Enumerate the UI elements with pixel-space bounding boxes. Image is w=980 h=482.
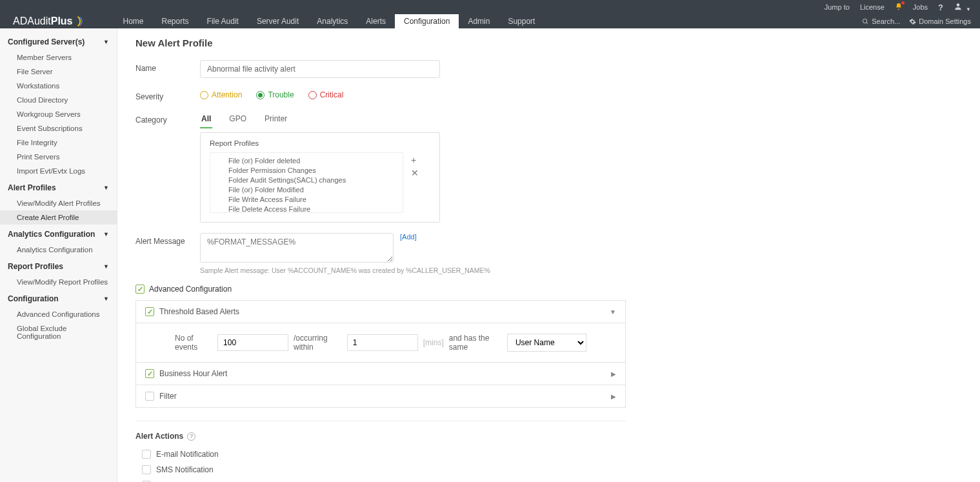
jump-to-link[interactable]: Jump to bbox=[825, 3, 850, 11]
sidebar-section-analytics-configuration[interactable]: Analytics Configuration▼ bbox=[0, 225, 117, 243]
severity-label: Severity bbox=[135, 88, 200, 101]
category-tab-printer[interactable]: Printer bbox=[263, 112, 288, 128]
sidebar: Configured Server(s)▼Member ServersFile … bbox=[0, 28, 117, 482]
has-same-label: and has the same bbox=[449, 334, 502, 352]
threshold-checkbox[interactable] bbox=[145, 307, 154, 316]
business-hour-checkbox[interactable] bbox=[145, 369, 154, 378]
report-profile-item[interactable]: File (or) Folder deleted bbox=[215, 156, 397, 165]
sample-message: Sample Alert message: User %ACCOUNT_NAME… bbox=[200, 266, 490, 274]
page-title: New Alert Profile bbox=[135, 37, 962, 48]
user-menu-icon[interactable]: ▼ bbox=[954, 2, 971, 12]
email-notification-checkbox[interactable] bbox=[142, 450, 151, 459]
product-logo: ADAudit Plus bbox=[13, 14, 88, 28]
expand-icon[interactable]: ▶ bbox=[611, 370, 616, 377]
svg-point-1 bbox=[79, 25, 81, 26]
separator bbox=[135, 421, 626, 421]
sidebar-item-global-exclude-configuration[interactable]: Global Exclude Configuration bbox=[0, 321, 117, 343]
add-variable-link[interactable]: [Add] bbox=[400, 233, 417, 241]
sidebar-item-view-modify-alert-profiles[interactable]: View/Modify Alert Profiles bbox=[0, 196, 117, 210]
license-link[interactable]: License bbox=[860, 3, 885, 11]
email-notification-label: E-mail Notification bbox=[156, 450, 219, 459]
sms-notification-label: SMS Notification bbox=[156, 465, 214, 474]
report-profile-item[interactable]: File (or) Folder Modified bbox=[215, 185, 397, 194]
report-profile-item[interactable]: File Delete Access Failure bbox=[215, 204, 397, 213]
global-search[interactable]: Search... bbox=[862, 17, 900, 25]
alert-message-input[interactable] bbox=[200, 233, 394, 263]
sidebar-section-report-profiles[interactable]: Report Profiles▼ bbox=[0, 257, 117, 275]
report-profiles-title: Report Profiles bbox=[210, 139, 430, 147]
severity-trouble-label: Trouble bbox=[268, 90, 294, 99]
sidebar-item-advanced-configurations[interactable]: Advanced Configurations bbox=[0, 307, 117, 321]
business-hour-row[interactable]: Business Hour Alert ▶ bbox=[136, 363, 625, 385]
sidebar-item-workstations[interactable]: Workstations bbox=[0, 79, 117, 93]
nav-tab-server-audit[interactable]: Server Audit bbox=[248, 14, 308, 28]
sidebar-section-configuration[interactable]: Configuration▼ bbox=[0, 289, 117, 307]
sms-notification-checkbox[interactable] bbox=[142, 465, 151, 474]
mins-label: [mins] bbox=[423, 338, 444, 347]
notifications-bell-icon[interactable] bbox=[895, 3, 903, 12]
nav-tab-analytics[interactable]: Analytics bbox=[308, 14, 357, 28]
severity-attention-label: Attention bbox=[212, 90, 242, 99]
report-profiles-box: Report Profiles File (or) Folder deleted… bbox=[200, 132, 440, 223]
chevron-down-icon: ▼ bbox=[103, 39, 109, 45]
occurring-within-label: /occurring within bbox=[294, 334, 342, 352]
category-tab-gpo[interactable]: GPO bbox=[228, 112, 248, 128]
no-of-events-input[interactable] bbox=[217, 334, 288, 351]
advanced-config-checkbox[interactable] bbox=[135, 285, 145, 294]
alert-message-label: Alert Message bbox=[135, 233, 200, 274]
no-of-events-label: No of events bbox=[175, 334, 212, 352]
domain-settings-link[interactable]: Domain Settings bbox=[909, 17, 971, 25]
collapse-icon[interactable]: ▼ bbox=[610, 308, 616, 316]
sidebar-item-workgroup-servers[interactable]: Workgroup Servers bbox=[0, 107, 117, 121]
logo-suffix: Plus bbox=[51, 15, 73, 27]
sidebar-item-view-modify-report-profiles[interactable]: View/Modify Report Profiles bbox=[0, 275, 117, 289]
nav-tab-home[interactable]: Home bbox=[114, 14, 153, 28]
sidebar-section-alert-profiles[interactable]: Alert Profiles▼ bbox=[0, 178, 117, 196]
add-report-profile-icon[interactable]: + bbox=[411, 155, 419, 165]
sidebar-item-create-alert-profile[interactable]: Create Alert Profile bbox=[0, 210, 117, 225]
filter-label: Filter bbox=[159, 392, 611, 401]
sidebar-item-import-evt-evtx-logs[interactable]: Import Evt/Evtx Logs bbox=[0, 164, 117, 178]
severity-critical-radio[interactable]: Critical bbox=[308, 90, 344, 99]
report-profiles-list[interactable]: File (or) Folder deletedFolder Permissio… bbox=[210, 152, 403, 213]
help-icon[interactable]: ? bbox=[938, 3, 943, 12]
alert-actions-label: Alert Actions bbox=[135, 432, 183, 441]
sidebar-item-event-subscriptions[interactable]: Event Subscriptions bbox=[0, 121, 117, 136]
category-tabs: AllGPOPrinter bbox=[200, 112, 440, 128]
threshold-body: No of events /occurring within [mins] an… bbox=[136, 323, 625, 363]
report-profile-item[interactable]: Folder Audit Settings(SACL) changes bbox=[215, 175, 397, 185]
sidebar-item-cloud-directory[interactable]: Cloud Directory bbox=[0, 93, 117, 107]
sidebar-item-print-servers[interactable]: Print Servers bbox=[0, 150, 117, 164]
nav-tab-admin[interactable]: Admin bbox=[459, 14, 499, 28]
filter-checkbox[interactable] bbox=[145, 392, 154, 401]
nav-tab-support[interactable]: Support bbox=[499, 14, 544, 28]
category-label: Category bbox=[135, 112, 200, 223]
help-icon[interactable]: ? bbox=[187, 432, 195, 441]
filter-row[interactable]: Filter ▶ bbox=[136, 385, 625, 407]
has-same-dropdown[interactable]: User Name bbox=[507, 334, 586, 352]
severity-attention-radio[interactable]: Attention bbox=[200, 90, 242, 99]
sidebar-item-member-servers[interactable]: Member Servers bbox=[0, 50, 117, 65]
category-tab-all[interactable]: All bbox=[200, 112, 212, 128]
occurring-within-input[interactable] bbox=[347, 334, 418, 351]
nav-tab-reports[interactable]: Reports bbox=[153, 14, 198, 28]
nav-tab-file-audit[interactable]: File Audit bbox=[198, 14, 248, 28]
name-input[interactable] bbox=[200, 60, 440, 78]
expand-icon[interactable]: ▶ bbox=[611, 393, 616, 400]
nav-tab-alerts[interactable]: Alerts bbox=[357, 14, 395, 28]
report-profile-item[interactable]: Folder Permission Changes bbox=[215, 165, 397, 175]
remove-report-profile-icon[interactable]: ✕ bbox=[411, 168, 419, 178]
threshold-header-row[interactable]: Threshold Based Alerts ▼ bbox=[136, 301, 625, 323]
report-profile-item[interactable]: File Write Access Failure bbox=[215, 194, 397, 204]
svg-line-3 bbox=[866, 22, 868, 23]
sidebar-item-file-integrity[interactable]: File Integrity bbox=[0, 136, 117, 150]
alert-actions-header: Alert Actions ? bbox=[135, 432, 962, 441]
sidebar-item-analytics-configuration[interactable]: Analytics Configuration bbox=[0, 243, 117, 257]
nav-tab-configuration[interactable]: Configuration bbox=[395, 14, 459, 28]
jobs-link[interactable]: Jobs bbox=[913, 3, 928, 11]
svg-point-0 bbox=[957, 3, 960, 6]
sidebar-section-configured-server-s-[interactable]: Configured Server(s)▼ bbox=[0, 32, 117, 50]
main-content: New Alert Profile Name Severity Attentio… bbox=[117, 28, 980, 482]
sidebar-item-file-server[interactable]: File Server bbox=[0, 65, 117, 79]
severity-trouble-radio[interactable]: Trouble bbox=[256, 90, 294, 99]
